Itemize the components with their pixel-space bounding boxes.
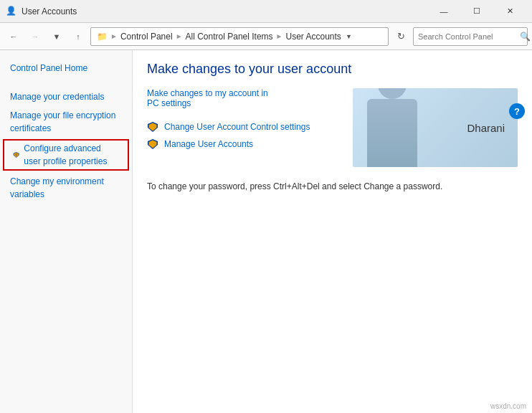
user-name: Dharani bbox=[467, 122, 505, 134]
sidebar-item-environment-variables[interactable]: Change my environment variables bbox=[0, 172, 132, 204]
uac-settings-link[interactable]: Change User Account Control settings bbox=[164, 122, 310, 132]
maximize-button[interactable]: ☐ bbox=[460, 0, 493, 23]
search-box[interactable]: 🔍 bbox=[413, 27, 528, 46]
manage-accounts-link[interactable]: Manage User Accounts bbox=[164, 139, 253, 149]
main-layout: Control Panel Home Manage your credentia… bbox=[0, 50, 532, 413]
up-button[interactable]: ↑ bbox=[69, 27, 87, 46]
recent-locations-button[interactable]: ▼ bbox=[47, 27, 66, 46]
page-title: Make changes to your user account bbox=[147, 62, 518, 77]
sidebar-item-advanced-user-profile[interactable]: U Configure advanced user profile proper… bbox=[3, 139, 129, 171]
watermark: wsxdn.com bbox=[490, 402, 526, 410]
help-button[interactable]: ? bbox=[509, 103, 525, 119]
sidebar: Control Panel Home Manage your credentia… bbox=[0, 50, 133, 413]
search-input[interactable] bbox=[418, 32, 517, 41]
window-icon: 👤 bbox=[6, 6, 17, 17]
sidebar-item-manage-credentials[interactable]: Manage your credentials bbox=[0, 87, 132, 106]
back-button[interactable]: ← bbox=[4, 27, 23, 46]
shield-icon: U bbox=[13, 149, 19, 161]
window-title: User Accounts bbox=[22, 6, 427, 16]
content-area: Make changes to your user account Make c… bbox=[133, 50, 532, 203]
content-wrapper: Make changes to your user account Make c… bbox=[133, 50, 532, 413]
path-user-accounts[interactable]: User Accounts bbox=[286, 32, 341, 42]
path-separator-1: ► bbox=[110, 32, 118, 40]
password-note: To change your password, press Ctrl+Alt+… bbox=[147, 181, 518, 191]
close-button[interactable]: ✕ bbox=[493, 0, 526, 23]
action-manage-accounts[interactable]: Manage User Accounts bbox=[147, 138, 341, 150]
address-path: 📁 ► Control Panel ► All Control Panel It… bbox=[90, 27, 389, 46]
sidebar-item-control-panel-home[interactable]: Control Panel Home bbox=[0, 59, 132, 77]
path-separator-2: ► bbox=[176, 32, 183, 40]
sidebar-item-file-encryption[interactable]: Manage your file encryption certificates bbox=[0, 106, 132, 138]
window-controls: — ☐ ✕ bbox=[427, 0, 526, 23]
path-separator-3: ► bbox=[276, 32, 283, 40]
action-pc-settings[interactable]: Make changes to my account in PC setting… bbox=[147, 88, 341, 108]
pc-settings-link[interactable]: Make changes to my account in PC setting… bbox=[147, 88, 268, 108]
refresh-button[interactable]: ↻ bbox=[391, 27, 410, 46]
search-icon[interactable]: 🔍 bbox=[520, 32, 531, 42]
path-control-panel[interactable]: Control Panel bbox=[120, 32, 173, 42]
forward-button[interactable]: → bbox=[26, 27, 44, 46]
uac-shield-icon bbox=[147, 121, 158, 133]
title-bar: 👤 User Accounts — ☐ ✕ bbox=[0, 0, 532, 23]
path-all-items[interactable]: All Control Panel Items bbox=[186, 32, 273, 42]
manage-accounts-shield-icon bbox=[147, 138, 158, 150]
action-uac-settings[interactable]: Change User Account Control settings bbox=[147, 121, 341, 133]
path-dropdown-icon[interactable]: ▼ bbox=[346, 33, 352, 40]
minimize-button[interactable]: — bbox=[427, 0, 460, 23]
address-bar: ← → ▼ ↑ 📁 ► Control Panel ► All Control … bbox=[0, 23, 532, 50]
